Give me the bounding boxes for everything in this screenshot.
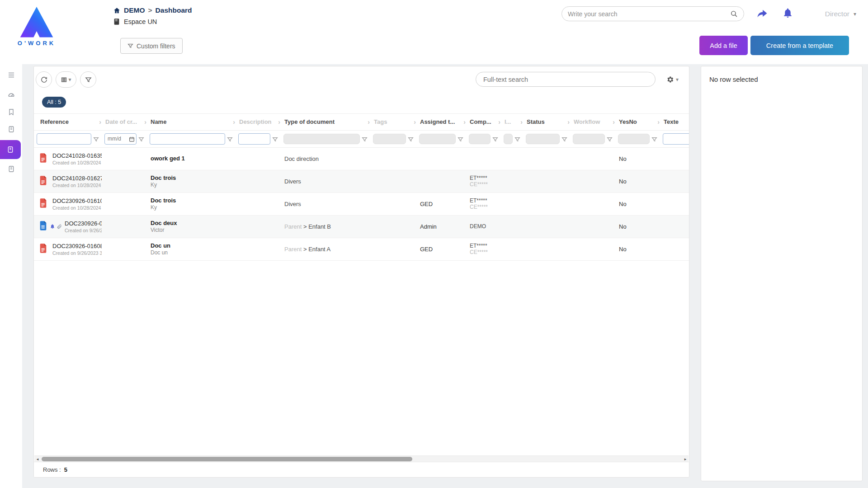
table-row[interactable]: DOC230926-01610-3 Created on 10/28/2024 … [34, 192, 689, 215]
sidebar-item-bookmarks[interactable] [0, 105, 22, 119]
filter-disabled-type-of-document[interactable] [283, 134, 360, 144]
sidebar-item-documents-active[interactable] [0, 140, 21, 159]
filter-funnel-icon[interactable] [607, 136, 613, 142]
filter-funnel-icon[interactable] [93, 136, 99, 142]
custom-filters-button[interactable]: Custom filters [120, 38, 183, 54]
table-row[interactable]: DOC230926-01609-0 Created on 9/26/2023 3… [34, 215, 689, 238]
file-type-icon [39, 221, 47, 232]
grid-filter-button[interactable] [80, 71, 96, 88]
bookmark-icon [8, 108, 15, 116]
table-row[interactable]: DOC230926-01608-0 Created on 9/26/2023 3… [34, 238, 689, 260]
cell-tags [370, 238, 416, 260]
create-from-template-button[interactable]: Create from a template [750, 36, 849, 55]
scroll-right-arrow[interactable]: ▸ [683, 456, 688, 462]
workspace-row[interactable]: Espace UN [113, 18, 157, 25]
column-header-reference[interactable]: Reference› [34, 114, 102, 130]
cell-status [523, 192, 570, 215]
filter-disabled-status[interactable] [526, 134, 560, 144]
home-icon[interactable] [113, 7, 121, 14]
search-icon[interactable] [730, 10, 738, 18]
table-row[interactable]: DOC241028-01635-0 Created on 10/28/2024 … [34, 147, 689, 170]
global-search-input[interactable] [568, 10, 730, 18]
cell-name: Doc deux Victor [147, 215, 236, 238]
column-chevron-icon[interactable]: › [567, 118, 570, 126]
filter-input-description[interactable] [238, 133, 270, 145]
filter-input-name[interactable] [150, 133, 225, 145]
filter-funnel-icon[interactable] [362, 136, 368, 142]
filter-disabled-workflow[interactable] [573, 134, 605, 144]
user-menu[interactable]: Director ▾ [825, 10, 856, 18]
filter-funnel-icon[interactable] [408, 136, 414, 142]
column-header-type-of-document[interactable]: Type of document› [281, 114, 370, 130]
fulltext-search-input[interactable] [483, 76, 648, 83]
document-created-date: Created on 10/28/2024 10:22:16 PM [52, 205, 102, 211]
column-header-texte[interactable]: Texte› [660, 114, 689, 130]
filter-funnel-icon[interactable] [227, 136, 233, 142]
filter-funnel-icon[interactable] [458, 136, 463, 142]
sidebar-item-archives[interactable] [0, 162, 22, 176]
filter-funnel-icon[interactable] [651, 136, 657, 142]
share-button[interactable] [755, 7, 769, 21]
breadcrumb-root[interactable]: DEMO [124, 6, 145, 14]
column-header-name[interactable]: Name› [147, 114, 236, 130]
grid-settings-button[interactable]: ▾ [660, 71, 684, 88]
column-chevron-icon[interactable]: › [463, 118, 466, 126]
column-header-assigned-to[interactable]: Assigned t...› [416, 114, 466, 130]
cell-date-of-creation [102, 215, 147, 238]
column-chevron-icon[interactable]: › [144, 118, 146, 126]
journal-icon [8, 126, 15, 133]
sidebar-menu-toggle[interactable] [0, 68, 22, 82]
column-header-i[interactable]: I...› [501, 114, 523, 130]
filter-funnel-icon[interactable] [514, 136, 520, 142]
add-file-button[interactable]: Add a file [699, 36, 748, 55]
calendar-icon[interactable] [129, 136, 135, 142]
column-label: YesNo [619, 118, 637, 125]
column-chevron-icon[interactable]: › [233, 118, 235, 126]
filter-disabled-tags[interactable] [373, 134, 406, 144]
column-chevron-icon[interactable]: › [520, 118, 523, 126]
cell-assigned-to: GED [416, 192, 466, 215]
filter-disabled-company[interactable] [469, 134, 491, 144]
filter-funnel-icon[interactable] [272, 136, 278, 142]
column-header-date-of-creation[interactable]: Date of cr...› [102, 114, 147, 130]
breadcrumb-current[interactable]: Dashboard [156, 6, 192, 14]
column-filter-tags [370, 130, 416, 147]
column-chooser-button[interactable]: ▾ [56, 71, 76, 88]
column-header-status[interactable]: Status› [523, 114, 570, 130]
column-chevron-icon[interactable]: › [368, 118, 370, 126]
column-chevron-icon[interactable]: › [99, 118, 101, 126]
sidebar-item-journal[interactable] [0, 122, 22, 136]
filter-disabled-assigned-to[interactable] [419, 134, 456, 144]
column-chevron-icon[interactable]: › [657, 118, 660, 126]
scrollbar-thumb[interactable] [42, 457, 412, 461]
dashboard-gauge-icon [7, 91, 15, 99]
document-type: Divers [284, 201, 301, 207]
column-header-workflow[interactable]: Workflow› [570, 114, 615, 130]
column-chevron-icon[interactable]: › [278, 118, 280, 126]
notifications-button[interactable] [780, 6, 795, 21]
cell-name: Doc trois Ky [147, 192, 236, 215]
column-header-yesno[interactable]: YesNo› [615, 114, 660, 130]
filter-input-texte[interactable] [663, 133, 689, 145]
filter-input-reference[interactable] [37, 133, 91, 145]
refresh-button[interactable] [36, 71, 52, 88]
column-header-tags[interactable]: Tags› [370, 114, 416, 130]
column-chevron-icon[interactable]: › [613, 118, 615, 126]
app-logo[interactable]: O'WORK [8, 5, 65, 47]
column-chevron-icon[interactable]: › [498, 118, 500, 126]
cell-name: Doc un Doc un [147, 238, 236, 260]
sidebar-item-dashboard[interactable] [0, 88, 22, 102]
tab-all-count[interactable]: All : 5 [42, 97, 66, 108]
column-header-description[interactable]: Description› [236, 114, 281, 130]
filter-funnel-icon[interactable] [138, 136, 144, 142]
scroll-left-arrow[interactable]: ◂ [35, 456, 40, 462]
filter-disabled-i[interactable] [504, 134, 513, 144]
column-header-company[interactable]: Comp...› [466, 114, 501, 130]
table-row[interactable]: DOC241028-01627-0 Created on 10/28/2024 … [34, 170, 689, 192]
filter-disabled-yesno[interactable] [618, 134, 650, 144]
filter-funnel-icon[interactable] [561, 136, 567, 142]
filter-funnel-icon[interactable] [492, 136, 498, 142]
column-chevron-icon[interactable]: › [414, 118, 416, 126]
logo-wordmark: O'WORK [8, 40, 65, 47]
horizontal-scrollbar[interactable]: ◂ ▸ [34, 455, 689, 462]
